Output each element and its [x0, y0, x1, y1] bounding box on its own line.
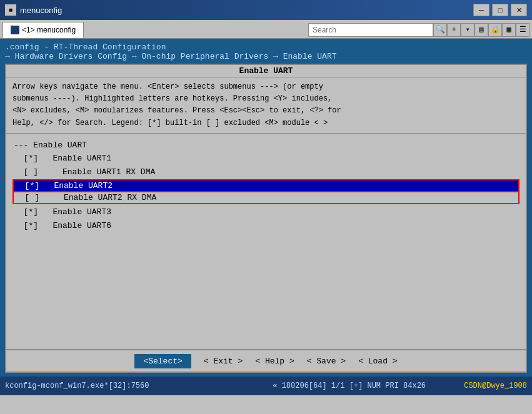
title-bar-controls: ─ □ ✕ [473, 4, 527, 16]
dropdown-button[interactable]: ▾ [461, 23, 474, 37]
close-button[interactable]: ✕ [511, 4, 527, 16]
status-user: CSDN@Dwye_i908 [464, 382, 527, 390]
tab-icon [11, 26, 19, 34]
app-icon: ■ [5, 4, 16, 16]
maximize-button[interactable]: □ [492, 4, 508, 16]
menu-item-header: --- Enable UART [13, 139, 519, 152]
menu-button[interactable]: ☰ [516, 23, 529, 37]
exit-button-wrapper[interactable]: < Exit > [204, 357, 243, 366]
menu-area: --- Enable UART [*] Enable UART1 [ ] Ena… [6, 134, 526, 349]
main-area: .config - RT-Thread Configuration → Hard… [0, 39, 532, 377]
exit-label: Exit [213, 357, 233, 366]
title-bar: ■ menuconfig ─ □ ✕ [0, 0, 532, 20]
status-middle: « 180206[64] 1/1 [+] NUM PRI 84x26 [234, 382, 464, 390]
tab-label: <1> menuconfig [22, 26, 76, 34]
help-button-wrapper[interactable]: < Help > [255, 357, 294, 366]
button-bar: <Select> < Exit > < Help > < Save > < Lo… [6, 349, 526, 372]
config-panel: Enable UART Arrow keys navigate the menu… [5, 64, 527, 373]
breadcrumb-path: → Hardware Drivers Config → On-chip Peri… [5, 52, 527, 61]
save-button-wrapper[interactable]: < Save > [307, 357, 346, 366]
menu-item-uart1-dma[interactable]: [ ] Enable UART1 RX DMA [13, 165, 519, 179]
select-button[interactable]: <Select> [134, 354, 191, 368]
search-button[interactable]: 🔍 [433, 23, 447, 37]
help-label: Help [265, 357, 284, 366]
tab-menuconfig[interactable]: <1> menuconfig [3, 22, 84, 38]
save-label: Save [316, 357, 336, 366]
add-button[interactable]: + [447, 23, 461, 37]
load-label: Load [368, 357, 388, 366]
breadcrumb: .config - RT-Thread Configuration → Hard… [5, 42, 527, 61]
status-process: kconfig-mconf_win7.exe*[32]:7560 [5, 382, 234, 390]
panel-title: Enable UART [6, 65, 526, 77]
minimize-button[interactable]: ─ [473, 4, 489, 16]
status-bar: kconfig-mconf_win7.exe*[32]:7560 « 18020… [0, 377, 532, 395]
menu-list: --- Enable UART [*] Enable UART1 [ ] Ena… [13, 139, 519, 233]
title-bar-text: menuconfig [20, 6, 473, 15]
view1-button[interactable]: ▤ [474, 23, 488, 37]
config-label: .config - RT-Thread Configuration [5, 42, 527, 52]
menu-item-uart6[interactable]: [*] Enable UART6 [13, 219, 519, 233]
help-text: Arrow keys navigate the menu. <Enter> se… [6, 77, 526, 134]
load-button-wrapper[interactable]: < Load > [358, 357, 397, 366]
menu-item-uart1[interactable]: [*] Enable UART1 [13, 152, 519, 165]
lock-button[interactable]: 🔒 [488, 23, 502, 37]
menu-item-uart2[interactable]: [*] Enable UART2 [13, 179, 519, 192]
view2-button[interactable]: ▦ [502, 23, 516, 37]
menu-item-uart3[interactable]: [*] Enable UART3 [13, 205, 519, 219]
menu-item-uart2-dma[interactable]: [ ] Enable UART2 RX DMA [13, 192, 519, 204]
tab-bar: <1> menuconfig 🔍 + ▾ ▤ 🔒 ▦ ☰ [0, 20, 532, 39]
search-input[interactable] [308, 23, 433, 37]
